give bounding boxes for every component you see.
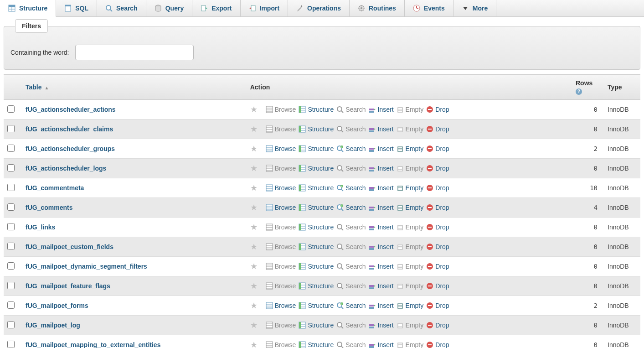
action-structure[interactable]: Structure (299, 184, 334, 192)
star-icon[interactable]: ★ (250, 222, 258, 232)
action-browse[interactable]: Browse (266, 223, 296, 231)
action-search[interactable]: +Search (336, 145, 366, 152)
action-insert[interactable]: Insert (369, 145, 394, 152)
table-name-link[interactable]: fUG_commentmeta (26, 184, 84, 192)
action-structure[interactable]: Structure (299, 165, 334, 172)
table-name-link[interactable]: fUG_actionscheduler_logs (26, 165, 106, 172)
action-insert[interactable]: Insert (369, 184, 394, 192)
action-insert[interactable]: Insert (369, 282, 394, 290)
tab-structure[interactable]: Structure (0, 0, 56, 17)
star-icon[interactable]: ★ (250, 320, 258, 330)
tab-query[interactable]: Query (146, 0, 192, 16)
row-check[interactable] (7, 262, 15, 270)
action-empty[interactable]: Empty (397, 184, 424, 192)
action-browse[interactable]: Browse (266, 125, 296, 133)
action-search[interactable]: +Search (336, 302, 366, 309)
row-check[interactable] (7, 321, 15, 328)
action-search[interactable]: +Search (336, 184, 366, 192)
row-check[interactable] (7, 223, 15, 230)
action-drop[interactable]: Drop (426, 165, 449, 172)
action-insert[interactable]: Insert (369, 204, 394, 211)
action-browse[interactable]: Browse (266, 263, 296, 270)
action-drop[interactable]: Drop (426, 322, 449, 329)
action-search[interactable]: Search (336, 282, 366, 290)
action-structure[interactable]: Structure (299, 341, 334, 348)
col-table[interactable]: Table▲ (22, 75, 247, 100)
star-icon[interactable]: ★ (250, 144, 258, 154)
tab-search[interactable]: Search (97, 0, 146, 16)
action-structure[interactable]: Structure (299, 145, 334, 152)
tab-sql[interactable]: SQL (56, 0, 97, 16)
action-insert[interactable]: Insert (369, 341, 394, 348)
table-name-link[interactable]: fUG_mailpoet_mapping_to_external_entitie… (26, 341, 160, 348)
tab-export[interactable]: Export (192, 0, 240, 16)
action-empty[interactable]: Empty (397, 204, 424, 211)
action-structure[interactable]: Structure (299, 282, 334, 290)
action-empty[interactable]: Empty (397, 125, 424, 133)
action-browse[interactable]: Browse (266, 145, 296, 152)
star-icon[interactable]: ★ (250, 104, 258, 114)
action-drop[interactable]: Drop (426, 145, 449, 152)
row-check[interactable] (7, 243, 15, 250)
action-insert[interactable]: Insert (369, 223, 394, 231)
star-icon[interactable]: ★ (250, 203, 258, 213)
action-browse[interactable]: Browse (266, 302, 296, 309)
action-browse[interactable]: Browse (266, 165, 296, 172)
action-empty[interactable]: Empty (397, 145, 424, 152)
star-icon[interactable]: ★ (250, 281, 258, 291)
tab-more[interactable]: More (453, 0, 496, 16)
col-type[interactable]: Type (604, 75, 640, 100)
tab-operations[interactable]: Operations (288, 0, 350, 16)
table-name-link[interactable]: fUG_mailpoet_dynamic_segment_filters (26, 263, 147, 270)
action-insert[interactable]: Insert (369, 243, 394, 250)
action-drop[interactable]: Drop (426, 243, 449, 250)
action-drop[interactable]: Drop (426, 204, 449, 211)
action-structure[interactable]: Structure (299, 322, 334, 329)
action-search[interactable]: Search (336, 165, 366, 172)
action-empty[interactable]: Empty (397, 106, 424, 113)
table-name-link[interactable]: fUG_mailpoet_custom_fields (26, 243, 113, 250)
action-search[interactable]: Search (336, 106, 366, 113)
action-insert[interactable]: Insert (369, 263, 394, 270)
action-empty[interactable]: Empty (397, 243, 424, 250)
action-browse[interactable]: Browse (266, 204, 296, 211)
row-check[interactable] (7, 282, 15, 289)
action-insert[interactable]: Insert (369, 125, 394, 133)
table-name-link[interactable]: fUG_comments (26, 204, 72, 211)
action-insert[interactable]: Insert (369, 302, 394, 309)
star-icon[interactable]: ★ (250, 340, 258, 348)
action-search[interactable]: Search (336, 243, 366, 250)
table-name-link[interactable]: fUG_actionscheduler_groups (26, 145, 115, 152)
col-rows[interactable]: Rows ? (572, 75, 604, 100)
action-empty[interactable]: Empty (397, 341, 424, 348)
action-structure[interactable]: Structure (299, 223, 334, 231)
star-icon[interactable]: ★ (250, 124, 258, 134)
action-drop[interactable]: Drop (426, 184, 449, 192)
table-name-link[interactable]: fUG_mailpoet_feature_flags (26, 282, 110, 290)
action-drop[interactable]: Drop (426, 106, 449, 113)
row-check[interactable] (7, 341, 15, 348)
action-search[interactable]: Search (336, 322, 366, 329)
action-insert[interactable]: Insert (369, 106, 394, 113)
tab-events[interactable]: Events (405, 0, 453, 16)
action-browse[interactable]: Browse (266, 322, 296, 329)
action-search[interactable]: Search (336, 125, 366, 133)
table-name-link[interactable]: fUG_mailpoet_forms (26, 302, 88, 309)
action-drop[interactable]: Drop (426, 341, 449, 348)
action-browse[interactable]: Browse (266, 106, 296, 113)
action-insert[interactable]: Insert (369, 322, 394, 329)
row-check[interactable] (7, 125, 15, 132)
action-structure[interactable]: Structure (299, 125, 334, 133)
tab-routines[interactable]: Routines (350, 0, 405, 16)
action-structure[interactable]: Structure (299, 106, 334, 113)
row-check[interactable] (7, 164, 15, 171)
action-structure[interactable]: Structure (299, 263, 334, 270)
filters-word-input[interactable] (75, 45, 194, 60)
action-search[interactable]: +Search (336, 204, 366, 211)
action-empty[interactable]: Empty (397, 223, 424, 231)
action-search[interactable]: Search (336, 341, 366, 348)
action-drop[interactable]: Drop (426, 125, 449, 133)
action-browse[interactable]: Browse (266, 341, 296, 348)
action-insert[interactable]: Insert (369, 165, 394, 172)
action-drop[interactable]: Drop (426, 302, 449, 309)
